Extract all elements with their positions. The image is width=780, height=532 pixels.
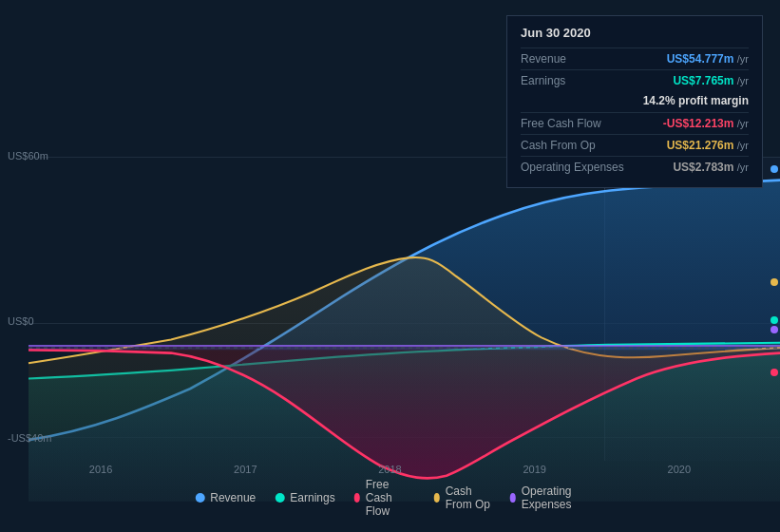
- legend-label-opex: Operating Expenses: [522, 484, 585, 511]
- legend-label-earnings: Earnings: [290, 491, 334, 504]
- chart-container: US$60m US$0 -US$40m 2016 2017 2018 2019 …: [0, 0, 780, 532]
- tooltip-fcf-value: -US$12.213m /yr: [663, 117, 749, 130]
- legend-cashfromop[interactable]: Cash From Op: [434, 484, 491, 511]
- x-label-2020: 2020: [668, 464, 691, 475]
- tooltip-fcf-row: Free Cash Flow -US$12.213m /yr: [521, 117, 749, 130]
- tooltip-opex-label: Operating Expenses: [521, 161, 624, 174]
- tooltip-card: Jun 30 2020 Revenue US$54.777m /yr Earni…: [506, 15, 763, 188]
- divider-2: [521, 69, 749, 70]
- divider-3: [521, 112, 749, 113]
- tooltip-cashfromop-label: Cash From Op: [521, 139, 596, 152]
- revenue-indicator: [770, 165, 778, 173]
- tooltip-earnings-label: Earnings: [521, 74, 565, 87]
- chart-legend: Revenue Earnings Free Cash Flow Cash Fro…: [195, 478, 585, 518]
- tooltip-cashfromop-value: US$21.276m /yr: [667, 139, 749, 152]
- legend-earnings[interactable]: Earnings: [275, 491, 334, 504]
- tooltip-date: Jun 30 2020: [521, 26, 749, 40]
- legend-label-fcf: Free Cash Flow: [366, 478, 415, 518]
- earnings-indicator: [770, 316, 778, 324]
- tooltip-fcf-label: Free Cash Flow: [521, 117, 601, 130]
- legend-dot-fcf: [354, 493, 360, 503]
- legend-dot-earnings: [275, 493, 284, 503]
- opex-indicator: [770, 326, 778, 333]
- y-label-bot: -US$40m: [8, 432, 51, 444]
- legend-revenue[interactable]: Revenue: [195, 491, 256, 504]
- legend-dot-cashfromop: [434, 493, 440, 503]
- y-label-mid: US$0: [8, 315, 34, 327]
- y-label-top: US$60m: [8, 150, 48, 162]
- tooltip-earnings-row: Earnings US$7.765m /yr: [521, 74, 749, 87]
- x-axis-labels: 2016 2017 2018 2019 2020: [0, 464, 780, 475]
- fcf-indicator: [770, 369, 778, 376]
- tooltip-earnings-value: US$7.765m /yr: [673, 74, 749, 87]
- x-label-2018: 2018: [378, 464, 401, 475]
- tooltip-revenue-label: Revenue: [521, 52, 566, 66]
- divider-5: [521, 156, 749, 157]
- tooltip-opex-value: US$2.783m /yr: [673, 161, 749, 174]
- divider-1: [521, 48, 749, 48]
- tooltip-revenue-row: Revenue US$54.777m /yr: [521, 52, 749, 66]
- x-label-2019: 2019: [523, 464, 545, 475]
- tooltip-revenue-value: US$54.777m /yr: [667, 52, 749, 66]
- x-label-2017: 2017: [234, 464, 257, 475]
- tooltip-cashfromop-row: Cash From Op US$21.276m /yr: [521, 139, 749, 152]
- tooltip-opex-row: Operating Expenses US$2.783m /yr: [521, 161, 749, 174]
- tooltip-profit-margin: 14.2% profit margin: [643, 94, 749, 107]
- legend-dot-opex: [510, 493, 516, 503]
- cashfromop-indicator: [770, 278, 778, 286]
- legend-dot-revenue: [195, 493, 204, 503]
- legend-label-revenue: Revenue: [210, 491, 256, 504]
- legend-fcf[interactable]: Free Cash Flow: [354, 478, 415, 518]
- divider-4: [521, 134, 749, 135]
- legend-opex[interactable]: Operating Expenses: [510, 484, 585, 511]
- x-label-2016: 2016: [89, 464, 112, 475]
- legend-label-cashfromop: Cash From Op: [446, 484, 491, 511]
